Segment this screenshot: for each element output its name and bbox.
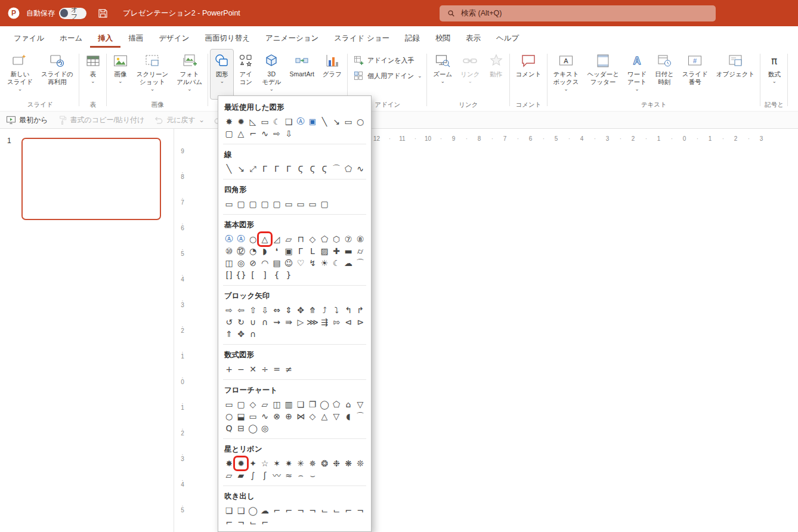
shape-option[interactable]: ⌐ bbox=[342, 505, 354, 516]
shape-option[interactable]: ⇨ bbox=[271, 128, 283, 140]
shape-option[interactable]: ʃ bbox=[259, 469, 271, 481]
shape-option[interactable]: ❂ bbox=[318, 457, 330, 469]
tab-ホーム[interactable]: ホーム bbox=[52, 28, 90, 48]
shape-option[interactable]: ⇦ bbox=[235, 304, 247, 316]
shape-option[interactable]: ∩ bbox=[247, 328, 259, 340]
shape-option[interactable]: ↻ bbox=[235, 316, 247, 328]
shape-option[interactable]: 〰 bbox=[271, 469, 283, 481]
shape-option[interactable]: ↺ bbox=[223, 316, 235, 328]
shape-option[interactable]: ▱ bbox=[259, 398, 271, 410]
shape-option[interactable]: [] bbox=[223, 269, 235, 281]
shape-option[interactable]: ✥ bbox=[235, 328, 247, 340]
shape-option[interactable]: L bbox=[307, 245, 318, 257]
shape-option[interactable]: ◇ bbox=[307, 410, 318, 422]
ribbon-button-text-box[interactable]: Aテキスト ボックス⌄ bbox=[549, 49, 583, 100]
shape-option[interactable]: ≈ bbox=[283, 469, 295, 481]
shape-option[interactable]: ⋙ bbox=[307, 316, 318, 328]
shape-option[interactable]: ⬡ bbox=[330, 233, 342, 245]
shape-option[interactable]: ⌂ bbox=[342, 398, 354, 410]
shape-option[interactable]: ≠ bbox=[283, 363, 295, 375]
shape-option[interactable]: ⤵ bbox=[330, 304, 342, 316]
ribbon-button-header-footer[interactable]: ヘッダーと フッター bbox=[583, 49, 623, 100]
shape-option[interactable]: ▢ bbox=[271, 198, 283, 210]
shape-option[interactable]: ☁ bbox=[259, 505, 271, 516]
ribbon-button-comment[interactable]: コメント bbox=[512, 49, 546, 100]
shape-option[interactable]: ⑩ bbox=[223, 245, 235, 257]
shape-option[interactable]: ⌐ bbox=[223, 516, 235, 528]
shape-option[interactable]: ○ bbox=[247, 233, 259, 245]
autosave-control[interactable]: 自動保存 オフ bbox=[26, 8, 86, 19]
shape-option[interactable]: ◫ bbox=[271, 398, 283, 410]
shape-option[interactable]: ⇛ bbox=[283, 316, 295, 328]
ribbon-button-get-addins[interactable]: アドインを入手 bbox=[349, 54, 425, 67]
save-icon[interactable] bbox=[97, 8, 109, 19]
shape-option[interactable]: ¬ bbox=[307, 505, 318, 516]
ribbon-button-slide-number[interactable]: #スライド 番号 bbox=[678, 49, 712, 100]
shape-option[interactable]: ▷ bbox=[295, 316, 307, 328]
shape-option[interactable]: ◗ bbox=[259, 245, 271, 257]
ribbon-button-icons[interactable]: アイ コン bbox=[234, 49, 258, 100]
tab-アニメーション[interactable]: アニメーション bbox=[258, 28, 326, 48]
shape-option[interactable]: ▭ bbox=[283, 198, 295, 210]
shape-option[interactable]: ❏ bbox=[295, 398, 307, 410]
shape-option[interactable]: ↘ bbox=[330, 116, 342, 128]
shape-option[interactable]: ▣ bbox=[283, 245, 295, 257]
shape-option[interactable]: Ϛ bbox=[307, 163, 318, 175]
shape-option[interactable]: ❉ bbox=[330, 457, 342, 469]
slide-thumbnail[interactable] bbox=[21, 138, 161, 220]
shape-option[interactable]: ❊ bbox=[354, 457, 366, 469]
shape-option[interactable]: ▥ bbox=[283, 398, 295, 410]
shape-option[interactable]: ▭ bbox=[342, 116, 354, 128]
shape-option[interactable]: ⑫ bbox=[235, 245, 247, 257]
shape-option[interactable]: ⊕ bbox=[283, 410, 295, 422]
shape-option[interactable]: ✥ bbox=[295, 304, 307, 316]
shape-option[interactable]: Γ bbox=[271, 163, 283, 175]
quickbar-format-painter[interactable]: 書式のコピー/貼り付け bbox=[57, 115, 145, 125]
shape-option[interactable]: } bbox=[283, 269, 295, 281]
shape-option[interactable]: ▢ bbox=[223, 128, 235, 140]
shape-option[interactable]: ] bbox=[259, 269, 271, 281]
shape-option[interactable]: ⇔ bbox=[271, 304, 283, 316]
ribbon-button-shapes[interactable]: 図形⌄ bbox=[210, 49, 234, 100]
shape-option[interactable]: Γ bbox=[295, 245, 307, 257]
tab-描画[interactable]: 描画 bbox=[120, 28, 151, 48]
shape-option[interactable]: ❏ bbox=[223, 505, 235, 516]
shape-option[interactable]: ◯ bbox=[247, 422, 259, 434]
shape-option[interactable]: ∪ bbox=[247, 316, 259, 328]
autosave-toggle[interactable]: オフ bbox=[59, 8, 86, 19]
shape-option[interactable]: ⋈ bbox=[295, 410, 307, 422]
ribbon-button-chart[interactable]: グラフ bbox=[318, 49, 346, 100]
shape-option[interactable]: ❋ bbox=[342, 457, 354, 469]
shape-option[interactable]: ⌐ bbox=[271, 505, 283, 516]
shape-option[interactable]: ✸ bbox=[223, 457, 235, 469]
tab-ファイル[interactable]: ファイル bbox=[6, 28, 52, 48]
ribbon-button-object[interactable]: オブジェクト bbox=[712, 49, 759, 100]
shape-option[interactable]: ✶ bbox=[271, 457, 283, 469]
ribbon-button-reuse-slides[interactable]: スライドの 再利用 bbox=[37, 49, 78, 100]
shape-option[interactable]: ⌐ bbox=[247, 128, 259, 140]
shape-option[interactable]: ⇰ bbox=[330, 316, 342, 328]
shape-option[interactable]: ✸ bbox=[223, 116, 235, 128]
shape-option[interactable]: Ϛ bbox=[295, 163, 307, 175]
shape-option[interactable]: ⊟ bbox=[235, 422, 247, 434]
shape-option[interactable]: ▢ bbox=[259, 198, 271, 210]
shape-option[interactable]: ✳ bbox=[295, 457, 307, 469]
shape-option[interactable]: ▭ bbox=[247, 410, 259, 422]
shape-option[interactable]: ✦ bbox=[247, 457, 259, 469]
shape-option[interactable]: ▽ bbox=[330, 410, 342, 422]
shape-option[interactable]: ⇑ bbox=[223, 328, 235, 340]
shape-option[interactable]: △ bbox=[235, 128, 247, 140]
shape-option[interactable]: ❛ bbox=[271, 245, 283, 257]
shape-option[interactable]: ▣ bbox=[307, 116, 318, 128]
shape-option[interactable]: ⌐ bbox=[259, 516, 271, 528]
shape-option[interactable]: ❑ bbox=[283, 116, 295, 128]
shape-option[interactable]: ◎ bbox=[259, 422, 271, 434]
shape-option[interactable]: ☁ bbox=[342, 257, 354, 269]
shape-option[interactable]: ⬓ bbox=[235, 410, 247, 422]
shape-option[interactable]: ☾ bbox=[330, 257, 342, 269]
shape-option[interactable]: ÷ bbox=[259, 363, 271, 375]
shape-option[interactable]: Γ bbox=[283, 163, 295, 175]
shape-option[interactable]: ↰ bbox=[342, 304, 354, 316]
tab-ヘルプ[interactable]: ヘルプ bbox=[488, 28, 527, 48]
shape-option[interactable]: ❐ bbox=[307, 398, 318, 410]
